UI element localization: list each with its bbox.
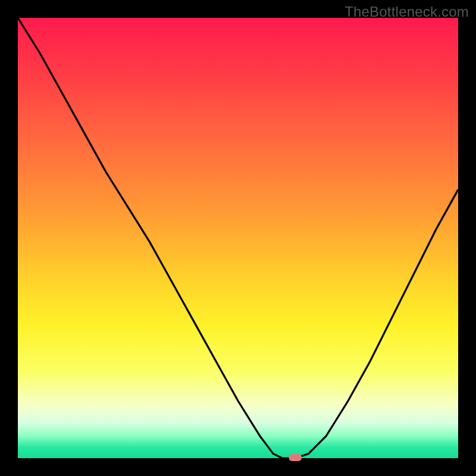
bottleneck-curve [18, 18, 458, 458]
chart-container: TheBottleneck.com [0, 0, 476, 476]
optimal-marker [289, 454, 302, 461]
attribution-label: TheBottleneck.com [345, 4, 469, 20]
chart-svg-overlay [0, 0, 476, 476]
